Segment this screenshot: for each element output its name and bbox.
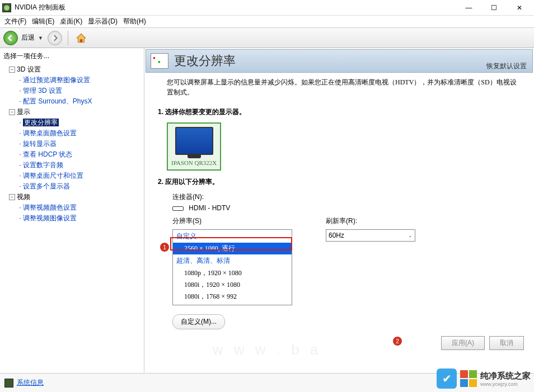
res-option[interactable]: 1080p，1920 × 1080: [173, 267, 292, 279]
tree-cat-video[interactable]: −视频: [1, 192, 143, 202]
menu-display[interactable]: 显示器(D): [86, 16, 120, 27]
dialog-buttons: 应用(A) 取消: [441, 336, 524, 350]
app-icon: [2, 3, 11, 12]
res-option[interactable]: 1080i，1920 × 1080: [173, 279, 292, 291]
menu-edit[interactable]: 编辑(E): [30, 16, 57, 27]
page-header-icon: [151, 53, 168, 69]
tree-item-3d-1[interactable]: -管理 3D 设置: [1, 86, 143, 96]
page-description: 您可以调整屏幕上显示的信息量并减少闪烁。如果您正在使用高清晰度电视（HDTV），…: [167, 77, 523, 97]
refresh-rate-value: 60Hz: [329, 232, 344, 239]
minimize-button[interactable]: —: [456, 0, 481, 16]
res-group-custom: 自定义: [173, 230, 292, 243]
menu-desktop[interactable]: 桌面(K): [58, 16, 85, 27]
maximize-button[interactable]: ☐: [481, 0, 507, 16]
toolbar: 后退 ▼: [0, 28, 534, 48]
close-button[interactable]: ✕: [507, 0, 532, 16]
tree-cat-display[interactable]: −显示: [1, 107, 143, 117]
svg-rect-1: [80, 39, 82, 42]
system-info-link[interactable]: 系统信息: [17, 378, 44, 388]
system-info-icon: [4, 379, 13, 388]
window-title: NVIDIA 控制面板: [15, 3, 456, 12]
refresh-rate-select[interactable]: 60Hz ⌄: [326, 229, 415, 242]
back-dropdown-icon[interactable]: ▼: [38, 35, 43, 41]
tree-cat-3d[interactable]: −3D 设置: [1, 64, 143, 75]
svg-point-0: [4, 5, 10, 11]
tree-item-display-6[interactable]: -设置多个显示器: [1, 181, 143, 192]
section-1-title: 1. 选择你想要变更的显示器。: [158, 107, 523, 117]
res-option-selected[interactable]: 2560 × 1080, 逐行: [173, 243, 292, 254]
tree-item-display-3[interactable]: -查看 HDCP 状态: [1, 149, 143, 160]
tree-item-display-1[interactable]: -调整桌面颜色设置: [1, 128, 143, 139]
tree-item-display-4[interactable]: -设置数字音频: [1, 160, 143, 171]
sidebar-header: 选择一项任务...: [1, 50, 143, 64]
back-label: 后退: [21, 33, 35, 42]
tree-item-3d-0[interactable]: -通过预览调整图像设置: [1, 75, 143, 86]
menu-file[interactable]: 文件(F): [2, 16, 29, 27]
chevron-down-icon: ⌄: [408, 233, 413, 238]
toolbar-separator: [68, 31, 68, 45]
monitor-label: IPASON QR322X: [171, 159, 217, 166]
res-option[interactable]: 1080i，1768 × 992: [173, 291, 292, 303]
cancel-button[interactable]: 取消: [489, 336, 524, 350]
sidebar: 选择一项任务... −3D 设置 -通过预览调整图像设置 -管理 3D 设置 -…: [0, 48, 144, 372]
apply-button[interactable]: 应用(A): [441, 336, 485, 350]
custom-resolution-button[interactable]: 自定义(M)...: [172, 314, 225, 329]
section-2-title: 2. 应用以下分辨率。: [158, 177, 523, 187]
monitor-icon: [175, 127, 213, 155]
home-button[interactable]: [74, 31, 88, 45]
resolution-listbox[interactable]: 自定义 2560 × 1080, 逐行 超清、高清、标清 1080p，1920 …: [172, 229, 292, 305]
hdmi-icon: [172, 206, 184, 211]
back-button[interactable]: [3, 31, 18, 45]
connector-value: HDMI - HDTV: [189, 204, 230, 212]
content-body: 您可以调整屏幕上显示的信息量并减少闪烁。如果您正在使用高清晰度电视（HDTV），…: [144, 73, 534, 372]
monitor-selector[interactable]: IPASON QR322X: [167, 122, 221, 171]
tree-item-video-1[interactable]: -调整视频图像设置: [1, 213, 143, 224]
collapse-icon[interactable]: −: [9, 67, 15, 73]
res-option[interactable]: 720p，1280 × 720: [173, 303, 292, 305]
tree-item-display-2[interactable]: -旋转显示器: [1, 139, 143, 149]
tree-item-3d-2[interactable]: -配置 Surround、PhysX: [1, 96, 143, 107]
res-group-hd: 超清、高清、标清: [173, 254, 292, 267]
page-title: 更改分辨率: [174, 53, 236, 69]
statusbar: 系统信息: [0, 373, 534, 392]
main-area: 选择一项任务... −3D 设置 -通过预览调整图像设置 -管理 3D 设置 -…: [0, 48, 534, 372]
page-header: 更改分辨率 恢复默认设置: [146, 49, 533, 73]
annotation-badge-1: 1: [160, 243, 169, 252]
titlebar: NVIDIA 控制面板 — ☐ ✕: [0, 0, 534, 16]
content-panel: 更改分辨率 恢复默认设置 您可以调整屏幕上显示的信息量并减少闪烁。如果您正在使用…: [144, 48, 534, 372]
forward-button[interactable]: [48, 31, 62, 45]
tree-item-display-5[interactable]: -调整桌面尺寸和位置: [1, 171, 143, 181]
resolution-label: 分辨率(S): [172, 217, 202, 225]
connector-label: 连接器(N):: [172, 192, 204, 202]
menu-help[interactable]: 帮助(H): [121, 16, 148, 27]
task-tree: −3D 设置 -通过预览调整图像设置 -管理 3D 设置 -配置 Surroun…: [1, 64, 143, 224]
annotation-badge-2: 2: [393, 337, 402, 346]
tree-item-change-resolution[interactable]: -更改分辨率: [1, 117, 143, 128]
collapse-icon[interactable]: −: [9, 109, 15, 115]
refresh-rate-label: 刷新率(R):: [326, 217, 357, 225]
restore-defaults-link[interactable]: 恢复默认设置: [486, 62, 527, 71]
collapse-icon[interactable]: −: [9, 194, 15, 200]
tree-item-video-0[interactable]: -调整视频颜色设置: [1, 202, 143, 213]
menubar: 文件(F) 编辑(E) 桌面(K) 显示器(D) 帮助(H): [0, 16, 534, 28]
